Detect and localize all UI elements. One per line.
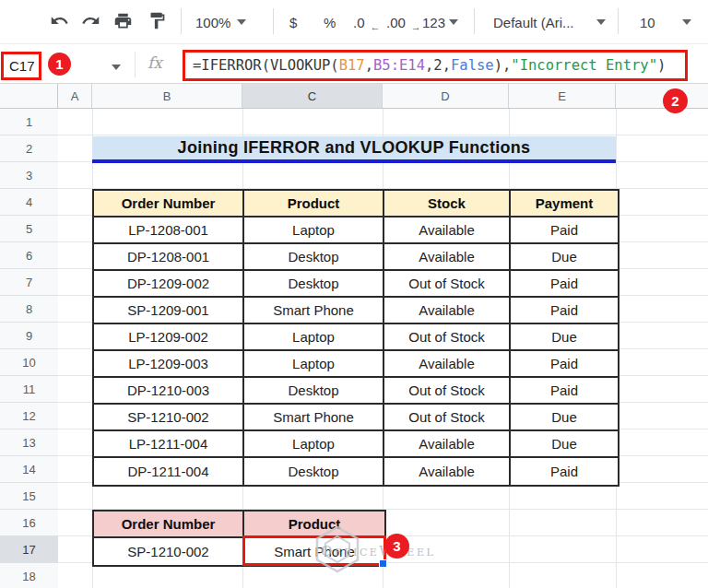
payment-cell[interactable]: Paid <box>511 378 618 403</box>
column-header-cell[interactable]: Order Number <box>94 512 244 536</box>
product-cell[interactable]: Laptop <box>244 218 384 242</box>
row-header[interactable]: 18 <box>0 563 58 588</box>
stock-cell[interactable]: Available <box>384 458 511 485</box>
payment-cell[interactable]: Due <box>511 405 618 429</box>
column-header-cell[interactable]: Payment <box>511 191 618 216</box>
payment-cell[interactable]: Paid <box>511 298 618 323</box>
formula-text: =IFERROR(VLOOKUP(B17,B5:E14,2,False),"In… <box>185 57 666 74</box>
stock-cell[interactable]: Available <box>384 218 511 242</box>
payment-cell[interactable]: Paid <box>511 271 618 296</box>
row-header[interactable]: 9 <box>0 323 58 349</box>
row-header[interactable]: 14 <box>0 456 58 483</box>
row-header[interactable]: 17 <box>0 536 58 563</box>
chevron-down-icon <box>237 19 246 25</box>
order-number-cell[interactable]: LP-1211-004 <box>94 431 244 456</box>
row-header[interactable]: 4 <box>0 189 58 216</box>
undo-button[interactable] <box>46 9 72 35</box>
printer-icon <box>113 11 133 34</box>
name-box-dropdown[interactable] <box>112 65 121 70</box>
font-size-selector[interactable]: 10 <box>640 12 691 32</box>
product-cell[interactable]: Smart Phone <box>244 405 384 429</box>
row-header[interactable]: 12 <box>0 403 58 429</box>
title-banner[interactable]: Joining IFERROR and VLOOKUP Functions <box>92 136 616 163</box>
column-header-d[interactable]: D <box>383 84 509 108</box>
formula-input[interactable]: =IFERROR(VLOOKUP(B17,B5:E14,2,False),"In… <box>183 50 688 81</box>
column-header-c[interactable]: C <box>242 84 383 108</box>
product-cell[interactable]: Laptop <box>244 351 384 376</box>
order-number-cell[interactable]: SP-1210-002 <box>94 405 244 429</box>
column-header-a[interactable]: A <box>58 84 92 108</box>
row-header[interactable]: 3 <box>0 162 58 189</box>
stock-cell[interactable]: Available <box>384 244 511 269</box>
row-header[interactable]: 11 <box>0 376 58 403</box>
column-header-e[interactable]: E <box>509 84 616 108</box>
fill-handle[interactable] <box>379 559 387 568</box>
row-header[interactable]: 2 <box>0 135 58 162</box>
orders-table-header-row: Order Number Product Stock Payment <box>94 191 618 218</box>
zoom-selector[interactable]: 100% <box>195 12 246 32</box>
payment-cell[interactable]: Paid <box>511 351 618 376</box>
product-cell[interactable]: Laptop <box>244 324 384 349</box>
format-percent-button[interactable]: % <box>324 12 336 32</box>
column-header-cell[interactable]: Order Number <box>94 191 244 216</box>
select-all-corner[interactable] <box>0 84 58 108</box>
order-number-cell[interactable]: DP-1210-003 <box>94 378 244 403</box>
chevron-down-icon <box>682 19 691 25</box>
row-header[interactable]: 1 <box>0 109 58 135</box>
table-row: LP-1209-003 Laptop Available Paid <box>94 351 618 378</box>
table-row: SP-1210-002 Smart Phone Out of Stock Due <box>94 405 618 431</box>
column-header-cell[interactable]: Stock <box>384 191 511 216</box>
stock-cell[interactable]: Out of Stock <box>384 324 511 349</box>
product-cell[interactable]: Desktop <box>244 271 384 296</box>
product-cell[interactable]: Desktop <box>244 244 384 269</box>
order-number-cell[interactable]: LP-1208-001 <box>94 218 244 242</box>
stock-cell[interactable]: Available <box>384 351 511 376</box>
payment-cell[interactable]: Due <box>511 244 618 269</box>
format-currency-button[interactable]: $ <box>289 12 297 32</box>
row-header[interactable]: 7 <box>0 269 58 296</box>
decrease-decimal-button[interactable]: .0← <box>353 12 381 32</box>
font-selector[interactable]: Default (Ari... <box>493 12 606 32</box>
column-header-b[interactable]: B <box>92 84 242 108</box>
stock-cell[interactable]: Available <box>384 431 511 456</box>
column-header-cell[interactable]: Product <box>244 191 384 216</box>
table-row: DP-1210-003 Desktop Out of Stock Paid <box>94 378 618 405</box>
payment-cell[interactable]: Paid <box>511 218 618 242</box>
column-headers: A B C D E <box>0 84 708 109</box>
product-cell[interactable]: Desktop <box>244 458 384 485</box>
product-cell[interactable]: Desktop <box>244 378 384 403</box>
product-cell[interactable]: Smart Phone <box>244 298 384 323</box>
active-cell-c17[interactable]: Smart Phone <box>244 538 384 565</box>
order-number-cell[interactable]: DP-1211-004 <box>94 458 244 485</box>
increase-decimal-button[interactable]: .00→ <box>386 12 421 32</box>
row-header[interactable]: 8 <box>0 296 58 323</box>
stock-cell[interactable]: Out of Stock <box>384 405 511 429</box>
payment-cell[interactable]: Due <box>511 324 618 349</box>
row-header[interactable]: 16 <box>0 510 58 536</box>
print-button[interactable] <box>110 9 136 35</box>
lookup-order-number-cell[interactable]: SP-1210-002 <box>94 538 244 565</box>
stock-cell[interactable]: Out of Stock <box>384 271 511 296</box>
stock-cell[interactable]: Out of Stock <box>384 378 511 403</box>
row-header[interactable]: 6 <box>0 242 58 269</box>
row-header[interactable]: 15 <box>0 483 58 510</box>
payment-cell[interactable]: Paid <box>511 458 618 485</box>
name-box[interactable]: C17 <box>1 52 41 80</box>
number-format-icon: 123 <box>422 15 445 30</box>
column-header-cell[interactable]: Product <box>244 512 384 536</box>
row-header[interactable]: 13 <box>0 429 58 456</box>
order-number-cell[interactable]: SP-1209-001 <box>94 298 244 323</box>
table-row: DP-1211-004 Desktop Available Paid <box>94 458 618 485</box>
order-number-cell[interactable]: DP-1209-002 <box>94 271 244 296</box>
order-number-cell[interactable]: LP-1209-003 <box>94 351 244 376</box>
stock-cell[interactable]: Available <box>384 298 511 323</box>
order-number-cell[interactable]: LP-1209-002 <box>94 324 244 349</box>
redo-button[interactable] <box>77 9 103 35</box>
row-header[interactable]: 5 <box>0 216 58 242</box>
paint-format-button[interactable] <box>144 9 170 35</box>
more-formats-button[interactable]: 123 <box>422 12 458 32</box>
product-cell[interactable]: Laptop <box>244 431 384 456</box>
row-header[interactable]: 10 <box>0 349 58 376</box>
payment-cell[interactable]: Due <box>511 431 618 456</box>
order-number-cell[interactable]: DP-1208-001 <box>94 244 244 269</box>
